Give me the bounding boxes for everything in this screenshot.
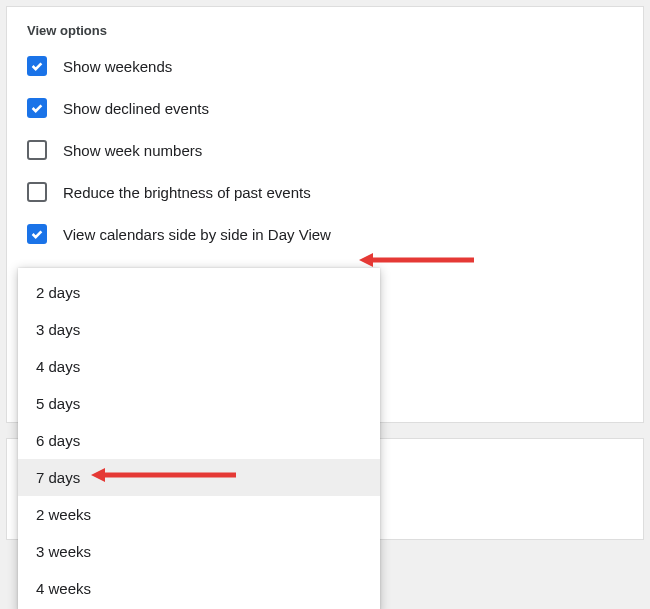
option-show-weekends[interactable]: Show weekends [27,56,623,76]
checkbox-icon [27,182,47,202]
checkbox-icon [27,140,47,160]
option-show-declined-events[interactable]: Show declined events [27,98,623,118]
dropdown-item-5-days[interactable]: 5 days [18,385,380,422]
dropdown-item-4-days[interactable]: 4 days [18,348,380,385]
dropdown-item-2-days[interactable]: 2 days [18,274,380,311]
option-show-week-numbers[interactable]: Show week numbers [27,140,623,160]
option-label: Show week numbers [63,142,202,159]
svg-marker-1 [359,253,373,267]
dropdown-item-4-weeks[interactable]: 4 weeks [18,570,380,607]
custom-view-dropdown[interactable]: 2 days 3 days 4 days 5 days 6 days 7 day… [18,268,380,609]
svg-marker-3 [91,468,105,482]
option-label: Show declined events [63,100,209,117]
annotation-arrow-icon [359,250,479,270]
checkbox-icon [27,56,47,76]
option-side-by-side[interactable]: View calendars side by side in Day View [27,224,623,244]
checkbox-icon [27,224,47,244]
dropdown-item-3-days[interactable]: 3 days [18,311,380,348]
option-label: Reduce the brightness of past events [63,184,311,201]
checkbox-icon [27,98,47,118]
annotation-arrow-icon [91,465,241,485]
dropdown-item-2-weeks[interactable]: 2 weeks [18,496,380,533]
option-label: View calendars side by side in Day View [63,226,331,243]
option-label: Show weekends [63,58,172,75]
option-reduce-brightness[interactable]: Reduce the brightness of past events [27,182,623,202]
dropdown-item-6-days[interactable]: 6 days [18,422,380,459]
dropdown-item-3-weeks[interactable]: 3 weeks [18,533,380,570]
view-options-title: View options [27,23,623,38]
